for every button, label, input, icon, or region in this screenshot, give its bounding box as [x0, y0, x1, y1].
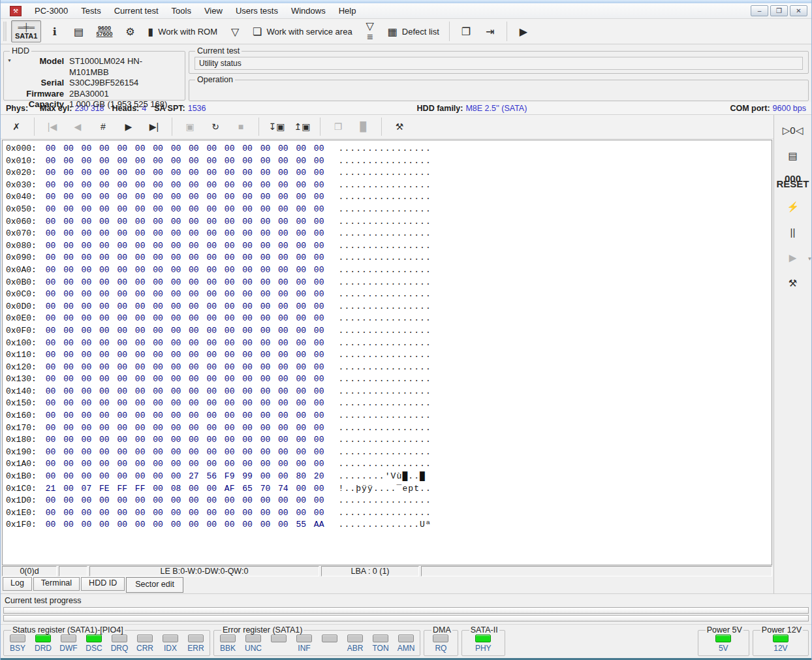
hex-row[interactable]: 0x150:00 00 00 00 00 00 00 00 00 00 00 0…	[6, 398, 772, 410]
hex-ascii[interactable]: ................	[338, 204, 431, 214]
hex-ascii[interactable]: ................	[338, 168, 431, 178]
hex-row[interactable]: 0x020:00 00 00 00 00 00 00 00 00 00 00 0…	[6, 167, 772, 180]
hex-row[interactable]: 0x010:00 00 00 00 00 00 00 00 00 00 00 0…	[6, 155, 772, 168]
hex-bytes[interactable]: 00 00 00 00 00 00 00 00 00 00 00 00 00 0…	[46, 302, 324, 311]
hex-bytes[interactable]: 00 00 00 00 00 00 00 00 00 00 00 00 00 0…	[46, 289, 324, 299]
hex-ascii[interactable]: ................	[338, 217, 431, 227]
hex-row[interactable]: 0x180:00 00 00 00 00 00 00 00 00 00 00 0…	[6, 434, 772, 447]
recalibrate-button[interactable]: ▷0◁	[781, 120, 805, 140]
hex-bytes[interactable]: 00 00 00 00 00 00 00 00 00 00 00 00 00 0…	[46, 495, 324, 505]
baud-rate-button[interactable]: 9600 57600	[91, 20, 117, 42]
hex-ascii[interactable]: ................	[338, 265, 431, 275]
menu-item-windows[interactable]: Windows	[285, 4, 332, 18]
minimize-button[interactable]: –	[751, 5, 768, 16]
run-dropdown-icon[interactable]: ▼	[807, 256, 812, 262]
load-from-file-button[interactable]: ↧▣	[265, 117, 289, 136]
hex-row[interactable]: 0x090:00 00 00 00 00 00 00 00 00 00 00 0…	[6, 252, 772, 264]
sata1-port-button[interactable]: ═╪═SATA1	[11, 20, 41, 42]
hex-ascii[interactable]: ................	[338, 435, 431, 445]
hex-row[interactable]: 0x030:00 00 00 00 00 00 00 00 00 00 00 0…	[6, 180, 772, 192]
power-switch-button[interactable]: ⚡	[781, 196, 805, 217]
hex-row[interactable]: 0x140:00 00 00 00 00 00 00 00 00 00 00 0…	[6, 386, 772, 398]
paste-button[interactable]: ▉	[352, 117, 375, 136]
board-resources-button[interactable]: ▤	[67, 20, 89, 42]
hex-bytes[interactable]: 00 00 00 00 00 00 00 00 00 00 00 00 00 0…	[46, 192, 324, 202]
hex-ascii[interactable]: ................	[338, 192, 431, 202]
hex-ascii[interactable]: ................	[338, 326, 431, 336]
menu-item-users-tests[interactable]: Users tests	[229, 4, 285, 18]
hex-bytes[interactable]: 00 00 00 00 00 00 00 00 27 56 F9 99 00 0…	[46, 471, 324, 481]
hex-bytes[interactable]: 21 00 07 FE FF FF 00 08 00 00 AF 65 70 7…	[46, 484, 324, 494]
defect-list-button[interactable]: ▦Defect list	[383, 20, 444, 42]
hex-row[interactable]: 0x0F0:00 00 00 00 00 00 00 00 00 00 00 0…	[6, 325, 772, 338]
hex-bytes[interactable]: 00 00 00 00 00 00 00 00 00 00 00 00 00 0…	[46, 326, 324, 336]
hex-ascii[interactable]: ................	[338, 508, 431, 518]
data-funnel-button[interactable]: ▽	[224, 20, 246, 42]
hex-ascii[interactable]: ........'Vù█..█	[338, 471, 431, 481]
next-sector-button[interactable]: ▶	[117, 117, 140, 136]
hex-ascii[interactable]: ................	[338, 228, 431, 238]
hex-row[interactable]: 0x1B0:00 00 00 00 00 00 00 00 27 56 F9 9…	[6, 471, 772, 483]
utility-passport-button[interactable]: ℹ	[43, 20, 65, 42]
hex-bytes[interactable]: 00 00 00 00 00 00 00 00 00 00 00 00 00 0…	[46, 204, 324, 214]
hex-row[interactable]: 0x1F0:00 00 00 00 00 00 00 00 00 00 00 0…	[6, 519, 772, 531]
hex-row[interactable]: 0x0E0:00 00 00 00 00 00 00 00 00 00 00 0…	[6, 313, 772, 325]
hex-row[interactable]: 0x080:00 00 00 00 00 00 00 00 00 00 00 0…	[6, 240, 772, 253]
hex-bytes[interactable]: 00 00 00 00 00 00 00 00 00 00 00 00 00 0…	[46, 180, 324, 190]
hex-row[interactable]: 0x060:00 00 00 00 00 00 00 00 00 00 00 0…	[6, 216, 772, 228]
hex-ascii[interactable]: ................	[338, 398, 431, 408]
hex-ascii[interactable]: ................	[338, 156, 431, 166]
hex-bytes[interactable]: 00 00 00 00 00 00 00 00 00 00 00 00 00 0…	[46, 520, 324, 529]
hdd-id-button[interactable]: ▤	[781, 146, 805, 166]
hex-ascii[interactable]: ................	[338, 362, 431, 372]
hex-ascii[interactable]: !..þÿÿ....¯ept..	[338, 484, 431, 494]
work-with-service-area-button[interactable]: ❏Work with service area	[248, 20, 357, 42]
pause-button[interactable]: ||	[781, 222, 805, 242]
hex-row[interactable]: 0x110:00 00 00 00 00 00 00 00 00 00 00 0…	[6, 349, 772, 362]
hex-row[interactable]: 0x1A0:00 00 00 00 00 00 00 00 00 00 00 0…	[6, 458, 772, 471]
menu-item-current-test[interactable]: Current test	[108, 4, 165, 18]
hex-bytes[interactable]: 00 00 00 00 00 00 00 00 00 00 00 00 00 0…	[46, 362, 324, 372]
hex-row[interactable]: 0x160:00 00 00 00 00 00 00 00 00 00 00 0…	[6, 410, 772, 422]
hex-bytes[interactable]: 00 00 00 00 00 00 00 00 00 00 00 00 00 0…	[46, 508, 324, 518]
hex-bytes[interactable]: 00 00 00 00 00 00 00 00 00 00 00 00 00 0…	[46, 265, 324, 275]
work-with-rom-button[interactable]: ▮Work with ROM	[143, 20, 222, 42]
hex-bytes[interactable]: 00 00 00 00 00 00 00 00 00 00 00 00 00 0…	[46, 217, 324, 227]
hex-bytes[interactable]: 00 00 00 00 00 00 00 00 00 00 00 00 00 0…	[46, 241, 324, 251]
hex-ascii[interactable]: ................	[338, 459, 431, 469]
hex-ascii[interactable]: ................	[338, 313, 431, 323]
hex-ascii[interactable]: ................	[338, 447, 431, 457]
hex-dump-view[interactable]: 0x000:00 00 00 00 00 00 00 00 00 00 00 0…	[2, 140, 772, 565]
hex-row[interactable]: 0x170:00 00 00 00 00 00 00 00 00 00 00 0…	[6, 422, 772, 435]
hex-ascii[interactable]: ................	[338, 423, 431, 433]
hex-bytes[interactable]: 00 00 00 00 00 00 00 00 00 00 00 00 00 0…	[46, 168, 324, 178]
clear-sector-button[interactable]: ✗	[5, 117, 28, 136]
windows-cascade-button[interactable]: ❐	[455, 20, 477, 42]
hex-ascii[interactable]: ................	[338, 338, 431, 348]
hex-row[interactable]: 0x120:00 00 00 00 00 00 00 00 00 00 00 0…	[6, 362, 772, 374]
hex-ascii[interactable]: ................	[338, 289, 431, 299]
sector-tools-button[interactable]: ⚒	[388, 117, 411, 136]
hex-bytes[interactable]: 00 00 00 00 00 00 00 00 00 00 00 00 00 0…	[46, 338, 324, 348]
hex-row[interactable]: 0x070:00 00 00 00 00 00 00 00 00 00 00 0…	[6, 228, 772, 240]
hex-ascii[interactable]: ..............Uª	[338, 520, 431, 529]
hex-ascii[interactable]: ................	[338, 302, 431, 311]
hex-row[interactable]: 0x1E0:00 00 00 00 00 00 00 00 00 00 00 0…	[6, 507, 772, 520]
hex-bytes[interactable]: 00 00 00 00 00 00 00 00 00 00 00 00 00 0…	[46, 398, 324, 408]
hex-ascii[interactable]: ................	[338, 253, 431, 262]
hex-row[interactable]: 0x0A0:00 00 00 00 00 00 00 00 00 00 00 0…	[6, 264, 772, 277]
hex-bytes[interactable]: 00 00 00 00 00 00 00 00 00 00 00 00 00 0…	[46, 156, 324, 166]
menu-item-tools[interactable]: Tools	[165, 4, 198, 18]
hex-ascii[interactable]: ................	[338, 180, 431, 190]
utility-tools-button[interactable]: ⚒	[781, 273, 805, 293]
write-sector-button[interactable]: ▣	[178, 117, 202, 136]
hex-row[interactable]: 0x0B0:00 00 00 00 00 00 00 00 00 00 00 0…	[6, 277, 772, 289]
hdd-dropdown-icon[interactable]: ▼	[7, 58, 12, 63]
save-to-file-button[interactable]: ↥▣	[290, 117, 314, 136]
hex-row[interactable]: 0x050:00 00 00 00 00 00 00 00 00 00 00 0…	[6, 204, 772, 216]
reset-counter-button[interactable]: 000 RESET	[781, 171, 805, 191]
hex-bytes[interactable]: 00 00 00 00 00 00 00 00 00 00 00 00 00 0…	[46, 144, 324, 153]
hex-row[interactable]: 0x1D0:00 00 00 00 00 00 00 00 00 00 00 0…	[6, 495, 772, 507]
hex-bytes[interactable]: 00 00 00 00 00 00 00 00 00 00 00 00 00 0…	[46, 253, 324, 262]
hex-bytes[interactable]: 00 00 00 00 00 00 00 00 00 00 00 00 00 0…	[46, 386, 324, 396]
